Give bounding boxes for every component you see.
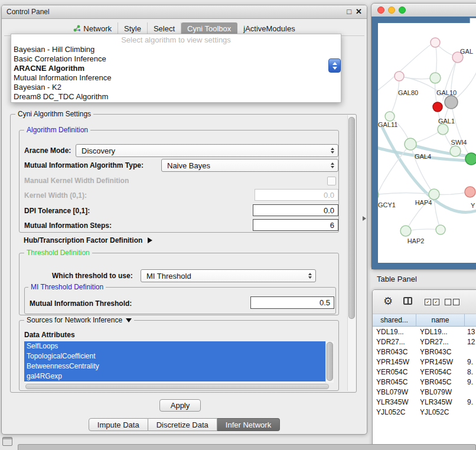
zoom-traffic-light-icon[interactable]: [399, 6, 406, 14]
table-row[interactable]: YBR045CYBR045C9.: [373, 377, 476, 387]
column-header-extra[interactable]: [465, 314, 476, 327]
column-header-name[interactable]: name: [416, 314, 465, 327]
table-header-row: shared... name: [373, 314, 476, 327]
settings-scrollbar[interactable]: [347, 115, 356, 391]
tab-jactivemodules[interactable]: jActiveModules: [237, 22, 301, 35]
network-node[interactable]: [405, 138, 416, 150]
column-header-shared-name[interactable]: shared...: [373, 314, 416, 327]
close-window-icon[interactable]: ✕: [356, 5, 362, 18]
settings-scrollbar-thumb[interactable]: [348, 117, 355, 319]
bottom-tab-discretize-data[interactable]: Discretize Data: [148, 418, 217, 431]
node-label: GAL: [460, 48, 473, 55]
algorithm-definition-title: Algorithm Definition: [24, 126, 90, 134]
network-node[interactable]: [465, 187, 475, 197]
table-cell: YJL052C: [416, 408, 465, 416]
mi-threshold-field[interactable]: 0.5: [250, 296, 334, 309]
manual-kernel-checkbox[interactable]: [327, 177, 336, 185]
table-row[interactable]: YJL052CYJL052C: [373, 407, 476, 417]
attribute-item[interactable]: BetweennessCentrality: [24, 361, 326, 371]
minimize-traffic-light-icon[interactable]: [388, 6, 395, 14]
algorithm-option[interactable]: Bayesian - Hill Climbing: [11, 45, 341, 54]
table-cell: YBR045C: [416, 378, 465, 386]
node-label: GCY1: [378, 201, 396, 208]
attributes-scrollbar-thumb[interactable]: [327, 342, 333, 381]
algorithm-option[interactable]: Basic Correlation Inference: [11, 54, 341, 64]
collapsed-panel-icon[interactable]: [2, 437, 12, 446]
table-panel-title: Table Panel: [377, 270, 417, 288]
network-node[interactable]: [431, 38, 440, 47]
hub-definition-section[interactable]: Hub/Transcription Factor Definition: [24, 236, 152, 244]
attribute-item[interactable]: gal4RGexp: [24, 371, 326, 381]
network-node[interactable]: [445, 96, 458, 109]
table-row[interactable]: YBL079WYBL079W: [373, 387, 476, 397]
data-attributes-list[interactable]: SelfLoopsTopologicalCoefficientBetweenne…: [24, 341, 334, 383]
sources-group-title[interactable]: Sources for Network Inference: [24, 316, 134, 324]
float-window-icon[interactable]: □: [347, 5, 351, 18]
algorithm-definition-group: Algorithm Definition Aracne Mode: Discov…: [19, 130, 339, 233]
threshold-definition-group: Threshold Definition Which threshold to …: [19, 253, 339, 315]
collapse-down-icon[interactable]: [126, 318, 132, 322]
network-canvas[interactable]: GAL80GAL10GALGAL11GAL1SWI4GAL4GCY1HAP4HA…: [378, 23, 476, 263]
network-node[interactable]: [429, 189, 439, 200]
kernel-width-field[interactable]: 0.0: [255, 189, 338, 201]
network-frame: GAL80GAL10GALGAL11GAL1SWI4GAL4GCY1HAP4HA…: [371, 17, 476, 269]
dpi-tolerance-field[interactable]: 0.0: [253, 204, 338, 216]
network-node[interactable]: [395, 71, 404, 81]
network-titlebar[interactable]: [371, 4, 476, 17]
tab-network[interactable]: Network: [67, 22, 118, 35]
tab-select[interactable]: Select: [148, 22, 181, 35]
algorithm-option[interactable]: Dream8 DC_TDC Algorithm: [11, 92, 341, 102]
mi-threshold-label: Mutual Information Threshold:: [30, 299, 132, 308]
table-row[interactable]: YER054CYER054C8.: [373, 367, 476, 377]
network-node[interactable]: [385, 112, 395, 121]
network-node[interactable]: [450, 146, 461, 156]
attribute-item[interactable]: TopologicalCoefficient: [24, 351, 326, 361]
table-cell: 9.: [465, 378, 476, 386]
aracne-mode-select[interactable]: Discovery: [76, 144, 338, 157]
network-node[interactable]: [465, 153, 476, 165]
node-label: SWI4: [451, 139, 467, 146]
network-node[interactable]: [430, 73, 441, 83]
node-label: GAL11: [378, 121, 397, 128]
unchecked-box-icon: [445, 299, 451, 305]
apply-button[interactable]: Apply: [159, 399, 201, 412]
node-label: HAP4: [415, 199, 432, 206]
table-row[interactable]: YDL19...YDL19...13: [373, 327, 476, 337]
algorithm-option[interactable]: Mutual Information Inference: [11, 73, 341, 83]
mi-steps-field[interactable]: 6: [253, 219, 338, 231]
unchecked-box-icon: [453, 299, 459, 305]
attribute-item[interactable]: SelfLoops: [24, 341, 326, 351]
algorithm-dropdown-popup: Select algorithm to view settings Bayesi…: [11, 34, 341, 103]
tab-style[interactable]: Style: [118, 22, 148, 35]
table-row[interactable]: YPR145WYPR145W9.: [373, 357, 476, 367]
table-row[interactable]: YBR043CYBR043C: [373, 347, 476, 357]
control-panel-titlebar[interactable]: Control Panel □ ✕: [2, 5, 367, 19]
table-row[interactable]: YDR27...YDR27...12: [373, 337, 476, 347]
bottom-tab-infer-network[interactable]: Infer Network: [217, 418, 280, 431]
columns-icon[interactable]: [403, 297, 412, 305]
algorithm-option[interactable]: ARACNE Algorithm: [11, 64, 341, 73]
attributes-hscrollbar-thumb[interactable]: [25, 384, 329, 389]
dropdown-placeholder: Select algorithm to view settings: [11, 35, 341, 45]
splitter-handle[interactable]: [363, 216, 366, 221]
network-node[interactable]: [438, 124, 448, 135]
network-node[interactable]: [400, 226, 411, 236]
expand-right-icon[interactable]: [148, 237, 152, 243]
attributes-hscrollbar[interactable]: [24, 384, 334, 389]
network-node[interactable]: [433, 102, 442, 112]
bottom-tab-impute-data[interactable]: Impute Data: [89, 418, 148, 431]
gear-icon[interactable]: ⚙: [383, 295, 393, 308]
algorithm-option[interactable]: Bayesian - K2: [11, 83, 341, 92]
attributes-scrollbar[interactable]: [325, 341, 334, 383]
deselect-all-icon[interactable]: [445, 299, 459, 305]
mi-type-select[interactable]: Naive Bayes: [161, 159, 338, 172]
which-threshold-select[interactable]: MI Threshold: [141, 269, 316, 282]
tab-label: Select: [154, 24, 175, 33]
select-all-icon[interactable]: ✓ ✓: [425, 299, 439, 305]
tab-cyni-toolbox[interactable]: Cyni Toolbox: [181, 22, 237, 35]
close-traffic-light-icon[interactable]: [377, 6, 384, 14]
table-row[interactable]: YLR345WYLR345W9.: [373, 397, 476, 407]
network-node[interactable]: [436, 225, 445, 234]
bottom-window-edge[interactable]: [18, 444, 476, 450]
combo-stepper-button[interactable]: [328, 58, 341, 73]
